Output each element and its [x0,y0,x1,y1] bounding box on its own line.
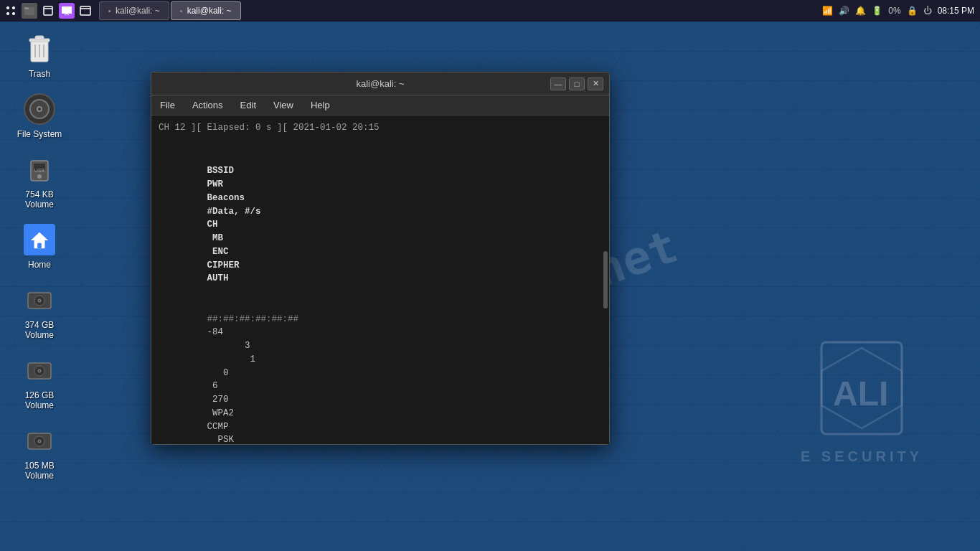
taskbar-left-icons [0,3,93,19]
svg-text:USB: USB [34,168,45,173]
taskbar-right: 📶 🔊 🔔 🔋 0% 🔒 ⏻ 08:15 PM [822,6,980,16]
kali-logo-svg: ALI [804,331,919,446]
vol374-icon-img [22,283,57,317]
titlebar-controls: — □ ✕ [550,77,603,90]
ap1-data: 1 [202,354,261,364]
filesystem-icon-label: File System [17,129,62,139]
desktop-icon-vol105[interactable]: 105 MBVolume [7,420,72,484]
disk-icon-126 [25,356,54,385]
app-menu-icon[interactable] [3,3,19,19]
svg-point-6 [12,12,15,15]
taskbar-window-1-label: kali@kali: ~ [116,6,160,16]
vol105-icon-img [22,423,57,458]
network-icon: 📶 [822,6,833,16]
ap1-beacons: 3 [202,341,255,351]
taskbar-windows: ▪ kali@kali: ~ ▪ kali@kali: ~ [99,1,241,20]
ap1-ch: 6 [202,381,223,391]
svg-point-37 [39,370,40,372]
menu-actions[interactable]: Actions [189,98,226,112]
svg-rect-12 [80,6,90,15]
home-icon-bg [24,224,55,255]
desktop: codeby.net ALI E SECURITY [0,0,980,551]
desktop-icon-usb754[interactable]: USB 754 KBVolume [7,149,72,212]
vol105-icon-label: 105 MBVolume [24,461,54,481]
svg-rect-11 [62,6,72,14]
desktop-icon-vol126[interactable]: 126 GBVolume [7,350,72,413]
svg-point-5 [6,12,9,15]
desktop-icon-home[interactable]: Home [7,220,72,273]
ap-columns-header: BSSID PWR Beacons #Data, #/s CH MB ENC C… [159,151,602,299]
blank-line-1 [159,138,602,151]
taskbar-top: ▪ kali@kali: ~ ▪ kali@kali: ~ 📶 🔊 🔔 🔋 0%… [0,0,980,22]
close-button[interactable]: ✕ [588,77,603,90]
usb-icon-svg: USB [25,155,54,184]
svg-rect-16 [35,36,44,39]
minimize-button[interactable]: — [550,77,566,90]
disk-icon-105 [25,426,54,455]
trash-icon-img [22,32,57,66]
kali-watermark: ALI E SECURITY [801,331,923,465]
vol126-icon-img [22,353,57,387]
terminal-menubar: File Actions Edit View Help [151,95,609,116]
lock-icon: 🔒 [907,6,918,16]
svg-point-3 [6,6,9,9]
desktop-icons-container: Trash File System [7,29,72,484]
svg-marker-27 [31,232,48,240]
trash-icon-svg [25,32,54,66]
ap1-auth: PSK [202,435,234,444]
menu-edit[interactable]: Edit [237,98,259,112]
menu-view[interactable]: View [270,98,296,112]
trash-icon-label: Trash [29,69,50,79]
terminal-icon-1: ▪ [108,6,111,15]
vol374-icon-label: 374 GBVolume [25,320,55,340]
ap1-cipher: CCMP [202,422,234,432]
taskbar-window-2[interactable]: ▪ kali@kali: ~ [171,1,241,20]
audio-icon: 🔊 [839,6,849,16]
display-taskbar-icon[interactable] [59,3,75,19]
window-taskbar-icon[interactable] [40,3,56,19]
terminal-window: kali@kali: ~ — □ ✕ File Actions Edit Vie… [151,72,610,445]
menu-help[interactable]: Help [308,98,333,112]
filesystem-icon-img [22,92,57,126]
svg-point-33 [39,300,40,301]
filesystem-icon-circle [24,93,55,125]
battery-percent: 0% [888,6,900,16]
svg-point-4 [12,6,15,9]
desktop-icon-filesystem[interactable]: File System [7,89,72,142]
svg-point-25 [37,174,42,179]
kali-security-text: E SECURITY [801,448,923,465]
home-icon-svg [29,230,50,250]
home-icon-img [22,222,57,257]
terminal-icon-2: ▪ [180,6,183,15]
svg-point-41 [39,441,40,442]
battery-icon: 🔋 [872,6,882,16]
airodump-header: CH 12 ][ Elapsed: 0 s ][ 2021-01-02 20:1… [159,121,602,135]
terminal-taskbar-icon[interactable] [77,3,93,19]
ap1-enc: WPA2 [202,408,240,418]
file-manager-taskbar-icon[interactable] [22,3,37,19]
notification-icon: 🔔 [855,6,866,16]
terminal-title: kali@kali: ~ [356,78,404,89]
svg-text:ALI: ALI [833,375,888,413]
terminal-titlebar: kali@kali: ~ — □ ✕ [151,72,609,95]
desktop-icon-vol374[interactable]: 374 GBVolume [7,280,72,343]
vol126-icon-label: 126 GBVolume [25,390,55,410]
ap1-mb: 270 [202,395,234,405]
ap1-bssid: ##:##:##:##:##:## [202,314,315,324]
terminal-content[interactable]: CH 12 ][ Elapsed: 0 s ][ 2021-01-02 20:1… [151,116,609,444]
home-icon-label: Home [28,260,51,270]
ap1-ps: 0 [202,368,234,378]
desktop-icon-trash[interactable]: Trash [7,29,72,82]
svg-point-22 [38,108,41,110]
menu-file[interactable]: File [157,98,178,112]
taskbar-window-1[interactable]: ▪ kali@kali: ~ [99,1,169,20]
ap-row-1: ##:##:##:##:##:## -84 3 1 0 6 270 WPA2 C… [159,299,602,444]
svg-rect-8 [24,7,29,9]
power-icon: ⏻ [923,6,932,16]
usb754-icon-img: USB [22,152,57,187]
usb754-icon-label: 754 KBVolume [25,189,54,209]
terminal-scrollbar[interactable] [603,251,608,309]
maximize-button[interactable]: □ [569,77,585,90]
disk-icon-374 [25,286,54,314]
taskbar-window-2-label: kali@kali: ~ [187,6,232,16]
